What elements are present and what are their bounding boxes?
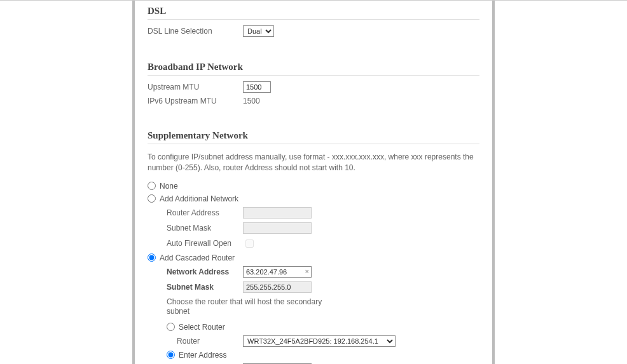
dsl-section-title: DSL [148,1,479,20]
none-radio[interactable] [148,182,156,190]
router-select[interactable]: WRT32X_24F5A2BFD925: 192.168.254.1 [243,335,396,347]
dsl-line-selection-label: DSL Line Selection [148,27,243,36]
network-address-label: Network Address [167,267,243,276]
select-router-radio[interactable] [167,323,175,331]
none-radio-label: None [160,182,178,191]
network-address-input[interactable] [243,266,312,278]
enter-address-radio-label: Enter Address [179,351,226,360]
select-router-radio-label: Select Router [179,323,225,332]
upstream-mtu-label: Upstream MTU [148,83,243,91]
clear-network-address-icon[interactable]: × [305,267,309,275]
enter-address-radio[interactable] [167,351,175,359]
ipv6-upstream-mtu-value: 1500 [243,97,260,105]
cascaded-subnet-mask-label: Subnet Mask [167,283,243,292]
broadband-section-title: Broadband IP Network [148,57,479,76]
add-cascaded-radio[interactable] [148,253,156,262]
router-address-label: Router Address [167,208,243,217]
additional-subnet-mask-input [243,222,312,234]
supplementary-section-title: Supplementary Network [148,125,479,144]
settings-panel: DSL DSL Line Selection Dual Broadband IP… [132,1,495,364]
dsl-line-selection-select[interactable]: Dual [243,25,274,37]
auto-firewall-checkbox [245,239,254,248]
additional-subnet-mask-label: Subnet Mask [167,224,243,233]
add-additional-radio[interactable] [148,194,156,203]
upstream-mtu-input[interactable] [243,81,271,93]
auto-firewall-label: Auto Firewall Open [167,239,243,248]
cascaded-subnet-mask-input [243,281,312,293]
ipv6-upstream-mtu-label: IPv6 Upstream MTU [148,97,243,105]
router-address-input [243,207,312,219]
add-additional-radio-label: Add Additional Network [160,194,238,203]
supplementary-help-text: To configure IP/subnet address manually,… [148,148,479,180]
router-select-label: Router [177,337,243,346]
add-cascaded-radio-label: Add Cascaded Router [160,253,235,262]
choose-router-note: Choose the router that will host the sec… [148,295,326,321]
